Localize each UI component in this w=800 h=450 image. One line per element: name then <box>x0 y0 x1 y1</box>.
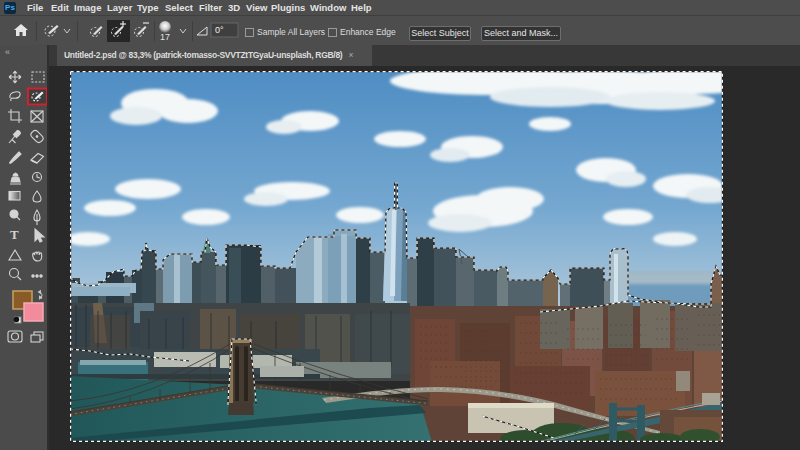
svg-text:17: 17 <box>160 32 170 42</box>
svg-text:«: « <box>5 47 10 57</box>
svg-text:0°: 0° <box>215 25 224 35</box>
svg-text:T: T <box>10 227 19 242</box>
